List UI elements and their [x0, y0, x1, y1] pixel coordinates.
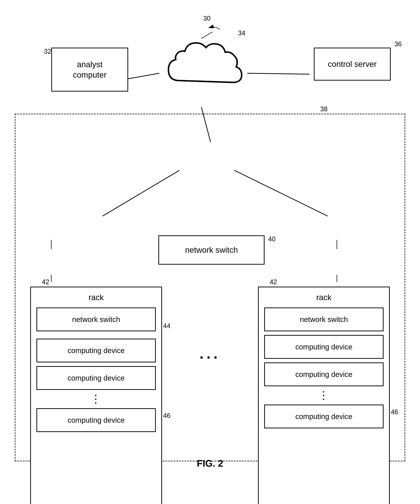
left-computing-device-3-label: computing device [68, 416, 124, 424]
ref-42-left: 42 [42, 278, 49, 286]
diagram-container: 30 32 34 36 analyst computer control ser… [15, 11, 405, 480]
left-rack-network-switch-label: network switch [72, 315, 120, 324]
right-rack-dots: ⋮ [264, 390, 384, 401]
main-network-switch-box: network switch [158, 235, 265, 265]
left-computing-device-2-label: computing device [68, 374, 124, 382]
main-network-switch-label: network switch [185, 246, 238, 255]
ref-44: 44 [163, 322, 171, 330]
ref-32: 32 [44, 48, 51, 55]
analyst-computer-box: analyst computer [51, 48, 128, 92]
left-rack: 42 rack network switch 44 computing devi… [30, 287, 162, 504]
ref-38: 38 [320, 105, 328, 113]
right-computing-device-2-label: computing device [295, 370, 352, 378]
right-computing-device-2: computing device [264, 362, 384, 386]
ref-42-right: 42 [270, 278, 277, 286]
right-rack: 42 rack network switch computing device … [258, 287, 390, 504]
left-rack-label: rack [36, 293, 156, 302]
left-rack-dots: ⋮ [36, 394, 156, 405]
right-computing-device-1: computing device [264, 335, 384, 359]
ref-46a: 46 [163, 412, 171, 420]
right-rack-label: rack [264, 293, 384, 302]
left-computing-device-2: computing device [36, 366, 156, 390]
ref-40: 40 [268, 235, 276, 243]
svg-line-1 [128, 73, 159, 79]
ref-36: 36 [394, 40, 402, 48]
ref-30: 30 [203, 15, 211, 22]
left-computing-device-3: computing device [36, 408, 156, 432]
analyst-computer-label: analyst computer [73, 59, 106, 80]
datacenter-boundary: 38 network switch 40 42 rack network swi… [15, 114, 405, 462]
right-computing-device-3-label: computing device [295, 412, 352, 421]
control-server-box: control server [314, 48, 391, 81]
right-rack-network-switch-label: network switch [300, 315, 348, 324]
svg-line-2 [247, 73, 309, 74]
right-computing-device-3: computing device [264, 405, 384, 428]
right-rack-network-switch: network switch [264, 307, 384, 331]
right-computing-device-1-label: computing device [295, 343, 352, 351]
left-rack-network-switch: network switch [36, 307, 156, 331]
control-server-label: control server [328, 60, 377, 69]
ref-46b: 46 [391, 408, 398, 416]
cloud-shape [157, 29, 245, 99]
figure-caption: FIG. 2 [197, 458, 223, 469]
